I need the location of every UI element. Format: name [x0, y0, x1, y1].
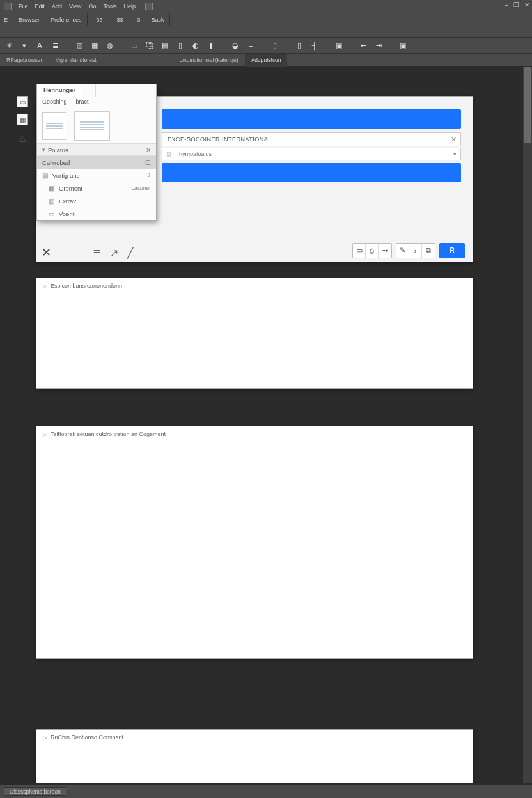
seg-edit-icon[interactable]: ✎	[396, 244, 409, 258]
seg-print-icon[interactable]: ⎙	[366, 244, 379, 258]
panel-thumbnails	[37, 109, 156, 143]
ribbon-tab-back[interactable]: Back	[146, 13, 169, 26]
primary-button[interactable]: R	[439, 243, 465, 258]
document-tabs: RPagebrowser Mgrendandterest Lindinction…	[0, 54, 532, 66]
panel-subtab-1[interactable]: bract	[76, 98, 89, 109]
tb-page-icon[interactable]: ▯	[270, 40, 280, 51]
tb-box-icon[interactable]: ▣	[398, 40, 408, 51]
seg-copy-icon[interactable]: ⧉	[422, 244, 435, 258]
panel-row-3[interactable]: ▥ Extrav	[37, 194, 156, 207]
footer-tool-notes-icon[interactable]: ≣	[93, 247, 101, 259]
footer-tool-arrow-icon[interactable]: ↗	[110, 247, 118, 259]
content-card-2: ▷ RnChin Rentionso Conshant	[36, 729, 473, 783]
panel-section-close-icon[interactable]: ✕	[146, 146, 151, 153]
tb-phone-icon[interactable]: ▯	[294, 40, 304, 51]
doctab-4[interactable]: Addpulshion	[245, 54, 288, 66]
blue-bar-bottom	[162, 163, 461, 182]
seg-next-icon[interactable]: ›	[409, 244, 422, 258]
panel-row-2-icon: ▦	[49, 185, 59, 192]
tb-save-icon[interactable]: ▾	[19, 40, 29, 51]
panel-subtab-0[interactable]: Geoshing	[42, 98, 67, 109]
menu-view[interactable]: View	[69, 3, 81, 10]
ribbon-num-0[interactable]: 36	[91, 13, 108, 26]
panel-row-2[interactable]: ▦ Groment Laspner	[37, 182, 156, 194]
menu-help[interactable]: Help	[123, 3, 136, 10]
panel-row-2-right: Laspner	[131, 185, 151, 191]
rail-icon-1[interactable]: ▦	[17, 114, 28, 125]
panel-subtabs: Geoshing bract	[37, 97, 156, 109]
ribbon-tabs: E Browser Preferences 36 33 3 Back	[0, 13, 532, 26]
doctab-3[interactable]: Lindinctioninal (katenge)	[173, 54, 245, 66]
tb-grid-icon[interactable]: ▦	[90, 40, 100, 51]
field-dropdown-icon[interactable]: ▾	[453, 151, 457, 157]
tb-app-icon[interactable]: ▥	[74, 40, 84, 51]
rail-icon-2[interactable]: △	[17, 132, 28, 143]
dialog-title: EXCE-SOCOINER INTERNATIONAL	[162, 136, 277, 143]
tb-redo-icon[interactable]: ▮	[206, 40, 216, 51]
vertical-scrollbar[interactable]	[523, 66, 532, 783]
content-card-1: ▷ Teltfobrek setuen cutdro tration an Co…	[36, 426, 473, 659]
menu-extra-icon[interactable]	[145, 3, 153, 10]
menu-file[interactable]: File	[19, 3, 28, 10]
tb-paste-icon[interactable]: ▤	[160, 40, 170, 51]
close-icon[interactable]: ✕	[524, 1, 529, 8]
menu-edit[interactable]: Edit	[35, 3, 45, 10]
tb-min-icon[interactable]: –	[246, 40, 256, 51]
tb-copy-icon[interactable]: ⿻	[145, 40, 155, 51]
window-controls: – ❐ ✕	[505, 1, 529, 8]
panel-row-2-label: Groment	[59, 185, 82, 192]
card0-header[interactable]: ▷ Esolcombansreanonendonn	[36, 278, 473, 293]
minimize-icon[interactable]: –	[505, 1, 508, 8]
menu-go[interactable]: Go	[88, 3, 96, 10]
ribbon-num-2[interactable]: 3	[132, 13, 146, 26]
card1-title: Teltfobrek setuen cutdro tration an Coge…	[51, 431, 166, 437]
tb-new-icon[interactable]: ✳	[4, 40, 14, 51]
panel-thumb-0[interactable]	[42, 112, 66, 140]
tb-misc-icon[interactable]: ▭	[129, 40, 139, 51]
ribbon-num-1[interactable]: 33	[112, 13, 129, 26]
tb-globe-icon[interactable]: ◍	[105, 40, 115, 51]
maximize-icon[interactable]: ❐	[513, 1, 519, 8]
menu-tools[interactable]: Tools	[103, 3, 116, 10]
doctab-1[interactable]: Mgrendandterest	[49, 54, 102, 66]
card1-header[interactable]: ▷ Teltfobrek setuen cutdro tration an Co…	[36, 426, 473, 442]
card0-title: Esolcombansreanonendonn	[51, 283, 122, 289]
panel-section-header[interactable]: ▾ Polatus ✕	[37, 143, 156, 156]
tb-clip-icon[interactable]: ◒	[230, 40, 240, 51]
dialog-close-icon[interactable]: ✕	[451, 136, 457, 144]
panel-row-1[interactable]: ▤ Vortig ane ⤴	[37, 169, 156, 182]
dialog-field[interactable]: ⍰ hymoatoaids ▾	[162, 148, 461, 160]
tb-left-icon[interactable]: ⇤	[358, 40, 368, 51]
tb-right-icon[interactable]: ⇥	[373, 40, 384, 51]
panel-row-0[interactable]: Calkrobed ▢	[37, 156, 156, 169]
tb-text-icon[interactable]: A	[35, 40, 45, 51]
tb-doc-icon[interactable]: ▯	[175, 40, 185, 51]
panel-thumb-1[interactable]	[74, 111, 110, 141]
panel-row-4[interactable]: ▭ Voent	[37, 207, 156, 220]
quick-access-row	[0, 26, 532, 37]
tb-undo-icon[interactable]: ◐	[191, 40, 201, 51]
seg-rect-icon[interactable]: ▭	[353, 244, 366, 258]
ribbon-tab-e[interactable]: E	[0, 13, 13, 26]
panel-tab-0[interactable]: Hennunger	[37, 84, 82, 97]
ribbon-tab-preferences[interactable]: Preferences	[45, 13, 87, 26]
tb-list-icon[interactable]: ≣	[50, 40, 60, 51]
card2-header[interactable]: ▷ RnChin Rentionso Conshant	[36, 730, 473, 745]
appmenu-icon[interactable]	[4, 3, 12, 10]
tb-ruler-icon[interactable]: ┤	[309, 40, 320, 51]
scrollbar-thumb[interactable]	[524, 66, 531, 143]
segment-group: ▭ ⎙ ⇢	[352, 243, 392, 258]
panel-row-4-label: Voent	[59, 210, 74, 217]
menu-add[interactable]: Add	[52, 3, 62, 10]
footer-close-icon[interactable]: ✕	[39, 246, 53, 260]
seg-run-icon[interactable]: ⇢	[379, 244, 391, 258]
status-bar: Classsphems borbon	[0, 785, 532, 798]
tb-img-icon[interactable]: ▣	[334, 40, 344, 51]
rail-icon-0[interactable]: ▭	[17, 96, 28, 107]
footer-tool-line-icon[interactable]: ╱	[127, 247, 134, 259]
ribbon-tab-browser[interactable]: Browser	[13, 13, 45, 26]
doctab-0[interactable]: RPagebrowser	[0, 54, 49, 66]
field-prefix-icon: ⍰	[162, 151, 175, 157]
doctab-2[interactable]	[103, 54, 173, 66]
panel-tab-1[interactable]	[82, 84, 96, 97]
